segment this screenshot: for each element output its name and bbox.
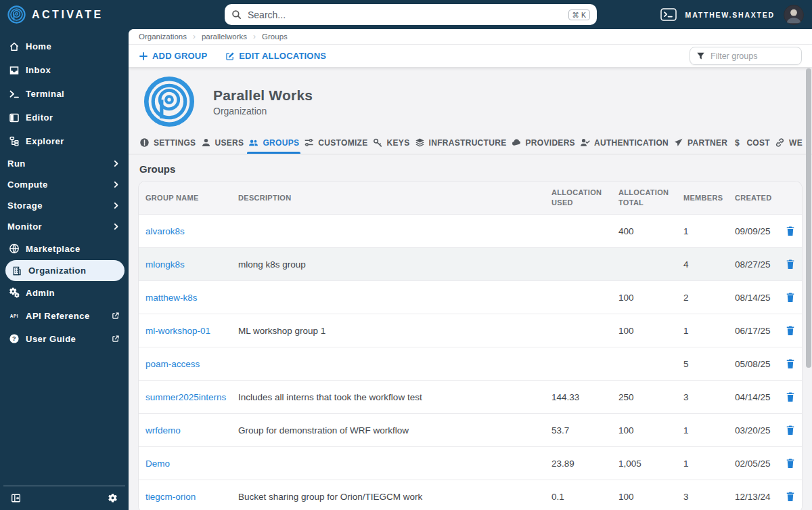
chevron-right-icon [112, 160, 120, 167]
tab-customize[interactable]: CUSTOMIZE [304, 137, 367, 154]
tab-partner[interactable]: PARTNER [673, 137, 727, 154]
delete-group-icon[interactable] [786, 425, 795, 435]
svg-text:API: API [10, 314, 18, 318]
sidebar-item-monitor[interactable]: Monitor [0, 216, 129, 237]
delete-group-icon[interactable] [786, 458, 795, 469]
tab-settings[interactable]: SETTINGS [139, 137, 196, 154]
created-date: 09/09/25 [735, 226, 782, 236]
delete-group-icon[interactable] [786, 292, 795, 303]
delete-group-icon[interactable] [786, 325, 795, 336]
tab-keys[interactable]: KEYS [373, 137, 410, 154]
delete-group-icon[interactable] [786, 391, 795, 402]
user-icon [201, 137, 211, 148]
tab-authentication[interactable]: AUTHENTICATION [580, 137, 669, 154]
brand[interactable]: ACTIVATE [0, 5, 129, 24]
chevron-right-icon [112, 223, 120, 230]
created-date: 08/27/25 [735, 259, 782, 270]
members-count: 3 [683, 492, 735, 502]
terminal-shortcut-icon[interactable] [660, 8, 677, 21]
members-count: 3 [683, 392, 735, 402]
groups-table: GROUP NAME DESCRIPTION ALLOCATION USED A… [139, 182, 802, 510]
settings-gear-icon[interactable] [108, 493, 118, 503]
sidebar-item-editor[interactable]: Editor [0, 106, 129, 129]
group-name-link[interactable]: wrfdemo [145, 425, 238, 435]
sidebar-item-storage[interactable]: Storage [0, 195, 129, 216]
delete-group-icon[interactable] [786, 259, 795, 270]
allocation-used-value: 53.7 [551, 425, 618, 435]
sidebar-item-admin[interactable]: Admin [0, 281, 129, 304]
group-name-link[interactable]: poam-access [145, 359, 238, 369]
breadcrumb-separator: › [253, 32, 256, 41]
collapse-sidebar-icon[interactable] [11, 493, 21, 503]
allocation-used-value: 144.33 [551, 392, 618, 402]
breadcrumb: Organizations›parallelworks›Groups [129, 29, 812, 45]
members-count: 5 [683, 359, 735, 369]
group-description: Bucket sharing group for Orion/TIEGCM wo… [238, 492, 551, 502]
allocation-total-value: 100 [618, 326, 683, 336]
sidebar-item-label: Editor [26, 112, 53, 123]
sidebar-item-user-guide[interactable]: ? User Guide [0, 327, 129, 350]
tab-providers[interactable]: PROVIDERS [512, 137, 575, 154]
sidebar-item-api-reference[interactable]: API API Reference [0, 304, 129, 327]
top-bar: ACTIVATE ⌘ K MATTHEW.SHAXTED [0, 0, 812, 29]
delete-group-icon[interactable] [786, 226, 795, 236]
sidebar-item-label: Admin [26, 288, 55, 298]
breadcrumb-item-parallelworks[interactable]: parallelworks [202, 33, 247, 41]
allocation-used-value: 0.1 [551, 492, 618, 502]
toolbar: ADD GROUP EDIT ALLOCATIONS [129, 45, 812, 67]
tab-groups[interactable]: GROUPS [248, 137, 299, 154]
members-count: 2 [683, 293, 735, 303]
group-description: mlong k8s group [238, 259, 551, 270]
scrollbar-thumb[interactable] [806, 68, 811, 368]
add-group-button[interactable]: ADD GROUP [139, 51, 207, 61]
group-name-link[interactable]: summer2025interns [145, 392, 238, 402]
filter-groups-box[interactable] [690, 47, 802, 65]
allocation-total-value: 400 [618, 226, 683, 236]
tab-we[interactable]: WE [775, 137, 803, 154]
topbar-right: MATTHEW.SHAXTED [660, 5, 812, 25]
sidebar-item-explorer[interactable]: Explorer [0, 129, 129, 153]
explorer-icon [9, 136, 20, 147]
search-input[interactable] [248, 9, 562, 20]
sidebar-item-organization[interactable]: Organization [5, 260, 125, 281]
sidebar-item-terminal[interactable]: Terminal [0, 82, 129, 106]
sidebar-item-marketplace[interactable]: Marketplace [0, 237, 129, 260]
column-header-allocation-total: ALLOCATION TOTAL [618, 188, 683, 209]
sidebar-nav: Home Inbox Terminal Editor Explorer Run … [0, 35, 129, 486]
sidebar-item-compute[interactable]: Compute [0, 174, 129, 195]
terminal-icon [9, 89, 20, 100]
user-name[interactable]: MATTHEW.SHAXTED [685, 11, 775, 19]
group-name-link[interactable]: mlongk8s [145, 259, 238, 270]
avatar[interactable] [784, 5, 804, 25]
group-name-link[interactable]: ml-workshop-01 [145, 326, 238, 336]
created-date: 02/05/25 [735, 459, 782, 469]
delete-group-icon[interactable] [786, 491, 795, 502]
sidebar-item-inbox[interactable]: Inbox [0, 58, 129, 82]
group-name-link[interactable]: Demo [145, 459, 238, 469]
main-content: Organizations›parallelworks›Groups ADD G… [129, 29, 812, 510]
delete-group-icon[interactable] [786, 358, 795, 369]
tab-label: USERS [215, 138, 244, 148]
filter-icon [696, 51, 705, 60]
allocation-total-value: 100 [618, 425, 683, 435]
group-name-link[interactable]: tiegcm-orion [145, 492, 238, 502]
sidebar-item-home[interactable]: Home [0, 35, 129, 58]
organization-icon [12, 265, 22, 276]
tab-users[interactable]: USERS [201, 137, 244, 154]
group-name-link[interactable]: matthew-k8s [145, 293, 238, 303]
sidebar-item-run[interactable]: Run [0, 153, 129, 174]
created-date: 06/17/25 [735, 326, 782, 336]
breadcrumb-item-groups[interactable]: Groups [262, 33, 288, 41]
sidebar-item-label: User Guide [26, 334, 76, 344]
sidebar-item-label: Explorer [26, 136, 64, 146]
help-icon: ? [9, 333, 20, 344]
edit-allocations-button[interactable]: EDIT ALLOCATIONS [225, 51, 326, 61]
breadcrumb-item-organizations[interactable]: Organizations [139, 33, 187, 41]
tab-label: PROVIDERS [526, 138, 575, 148]
tab-cost[interactable]: $ COST [732, 137, 770, 154]
partner-icon [673, 137, 683, 148]
tab-infrastructure[interactable]: INFRASTRUCTURE [415, 137, 507, 154]
filter-groups-input[interactable] [710, 51, 795, 61]
group-name-link[interactable]: alvarok8s [145, 226, 238, 236]
global-search[interactable]: ⌘ K [225, 4, 597, 25]
